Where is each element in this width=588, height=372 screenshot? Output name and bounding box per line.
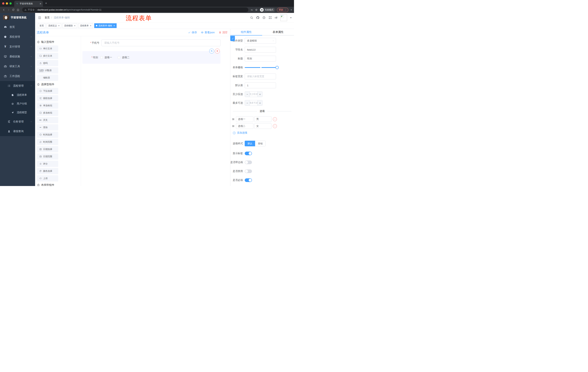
sidebar-item-首页[interactable]: 首页 [0, 22, 35, 32]
browser-menu-icon[interactable]: ⋮ [284, 9, 286, 11]
minimize-window-button[interactable] [6, 2, 8, 5]
sidebar-logo[interactable]: 芋道管理系统 [0, 13, 35, 22]
toggle-switch-是否禁用[interactable] [245, 170, 252, 173]
tag-close-icon[interactable]: ✕ [74, 25, 75, 27]
drag-handle-icon[interactable] [231, 125, 235, 128]
tag-tab-流程定义[interactable]: 流程定义✕ [47, 23, 61, 28]
palette-item-时间选择[interactable]: 时间选择 [37, 132, 58, 138]
toggle-switch-是否带边框[interactable] [245, 160, 252, 164]
palette-item-时间范围[interactable]: 时间范围 [37, 139, 58, 145]
component-type-select[interactable]: 多选框组 [245, 38, 276, 44]
sidebar-item-流程表单[interactable]: 流程表单 [0, 91, 35, 99]
palette-item-计数器[interactable]: 123计数器 [37, 67, 58, 74]
fullscreen-icon[interactable] [269, 16, 272, 19]
default-value-input[interactable]: 1 [245, 83, 276, 88]
tag-tab-流程模型[interactable]: 流程模型✕ [63, 23, 77, 28]
stepper-plus-button[interactable]: + [257, 92, 262, 97]
palette-item-密码[interactable]: 密码 [37, 60, 58, 66]
tag-close-icon[interactable]: ✕ [90, 25, 91, 27]
tag-tab-流程表单[interactable]: 流程表单✕ [78, 23, 93, 28]
save-button[interactable]: 保存 [188, 31, 197, 34]
palette-item-滑块[interactable]: 滑块 [37, 124, 58, 130]
remove-option-button[interactable]: − [273, 117, 277, 121]
option-label-input[interactable]: 选项一 [236, 116, 253, 122]
back-icon[interactable] [2, 8, 6, 12]
tag-close-icon[interactable]: ✕ [113, 25, 115, 27]
sidebar-item-请假查询[interactable]: 请假查询 [0, 127, 35, 136]
palette-item-单行文本[interactable]: 单行文本 [37, 45, 58, 52]
sidebar-item-用户分组[interactable]: 用户分组 [0, 99, 35, 108]
stepper-plus-button[interactable]: + [257, 100, 262, 106]
palette-item-日期范围[interactable]: 日期范围 [37, 153, 58, 159]
add-option-button[interactable]: + 添加选项 [233, 131, 294, 135]
palette-item-评分[interactable]: 评分 [37, 161, 58, 167]
option-style-默认[interactable]: 默认 [245, 141, 255, 146]
copy-component-button[interactable] [209, 49, 214, 53]
stepper-minus-button[interactable]: − [245, 100, 250, 106]
new-tab-button[interactable]: + [45, 1, 47, 5]
link-icon[interactable] [230, 36, 235, 41]
browser-tab[interactable]: 芋道管理系统 ✕ [14, 1, 43, 7]
sidebar-item-工作流程[interactable]: 工作流程 [0, 71, 35, 81]
font-size-icon[interactable]: TT [275, 16, 277, 19]
option-value-input[interactable]: 女 [254, 123, 272, 129]
checkbox-box-icon[interactable] [100, 56, 103, 59]
breadcrumb-home[interactable]: 首页 [45, 16, 50, 19]
sidebar-item-系统管理[interactable]: 系统管理 [0, 32, 35, 42]
gender-checkbox-选项一[interactable]: 选项一 [100, 56, 112, 59]
clear-button[interactable]: 清空 [219, 31, 228, 34]
stepper-minus-button[interactable]: − [245, 92, 250, 97]
sidebar-item-基础设施[interactable]: 基础设施 [0, 52, 35, 61]
tab-close-icon[interactable]: ✕ [40, 2, 42, 5]
form-grid-slider[interactable] [245, 67, 277, 68]
palette-item-上传[interactable]: 上传 [37, 175, 58, 181]
palette-item-日期选择[interactable]: 日期选择 [37, 146, 58, 152]
maximize-window-button[interactable] [10, 2, 12, 5]
field-name-input[interactable]: field122 [245, 47, 276, 53]
props-tab-表单属性[interactable]: 表单属性 [262, 29, 294, 35]
min-select-input[interactable]: 至少应选 [250, 92, 257, 97]
github-icon[interactable] [256, 16, 259, 19]
option-style-按钮[interactable]: 按钮 [255, 141, 266, 146]
checkbox-box-icon[interactable] [118, 56, 120, 59]
palette-item-多选框组[interactable]: 多选框组 [37, 110, 58, 116]
palette-item-下拉选择[interactable]: 下拉选择 [37, 88, 58, 94]
sidebar-item-任务管理[interactable]: 任务管理 [0, 117, 35, 127]
search-icon[interactable] [250, 16, 253, 19]
label-width-input[interactable]: 请输入标签宽度 [245, 74, 276, 79]
palette-item-颜色选择[interactable]: 颜色选择 [37, 168, 58, 174]
palette-item-多行文本[interactable]: 多行文本 [37, 53, 58, 59]
toggle-switch-是否必填[interactable] [245, 178, 252, 182]
forward-icon[interactable] [7, 8, 10, 12]
tag-close-icon[interactable]: ✕ [58, 25, 60, 27]
palette-item-编辑器[interactable]: 编辑器 [37, 74, 58, 81]
phone-field-input[interactable]: 请输入手机号 [102, 40, 220, 46]
max-select-input[interactable]: 最多可选 [250, 100, 257, 106]
title-input[interactable]: 性别 [245, 56, 276, 62]
collapse-menu-icon[interactable] [38, 16, 41, 20]
slider-handle[interactable] [275, 66, 279, 69]
sidebar-item-研发工具[interactable]: 研发工具 [0, 61, 35, 71]
gender-checkbox-选项二[interactable]: 选项二 [118, 56, 129, 59]
tag-tab-首页[interactable]: 首页 [38, 23, 45, 28]
canvas-field-phone[interactable]: 手机号 请输入手机号 [83, 40, 220, 46]
delete-component-button[interactable] [215, 49, 220, 53]
view-json-button[interactable]: 查看json [201, 31, 215, 34]
close-window-button[interactable] [2, 2, 4, 5]
palette-item-开关[interactable]: 开关 [37, 117, 58, 123]
remove-option-button[interactable]: − [273, 124, 277, 128]
reload-icon[interactable] [11, 8, 15, 12]
update-button[interactable]: 更新 ⋮ [277, 8, 288, 12]
palette-item-单选框组[interactable]: 单选框组 [37, 102, 58, 109]
option-value-input[interactable]: 男 [254, 116, 272, 122]
bookmark-star-icon[interactable] [255, 8, 258, 11]
palette-item-级联选择[interactable]: 级联选择 [37, 95, 58, 101]
chrome-caret-icon[interactable]: ▼ [290, 9, 292, 11]
sidebar-item-流程管理[interactable]: 流程管理 [0, 81, 35, 91]
drag-handle-icon[interactable] [231, 118, 235, 121]
option-label-input[interactable]: 选项二 [236, 123, 253, 129]
canvas-field-gender-selected[interactable]: 性别 选项一选项二 [83, 51, 220, 64]
avatar-caret-icon[interactable]: ▼ [290, 17, 292, 19]
avatar[interactable] [280, 14, 287, 21]
props-tab-组件属性[interactable]: 组件属性 [230, 29, 262, 35]
